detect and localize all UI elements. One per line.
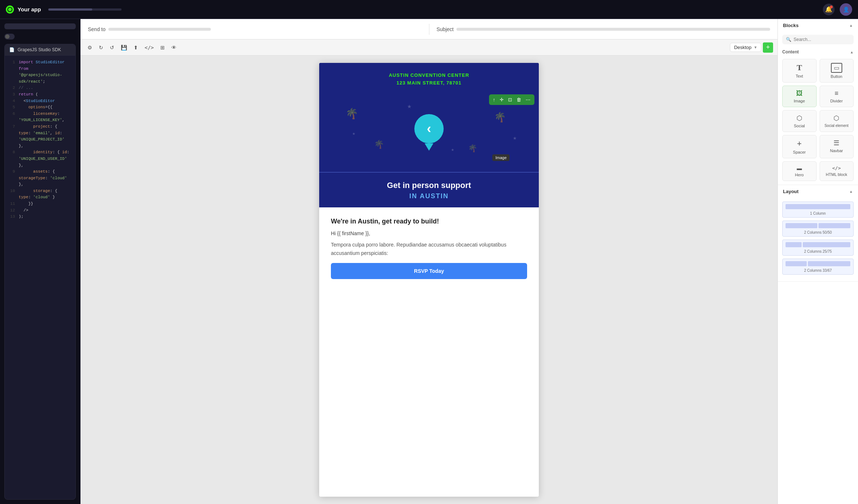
progress-bar-fill bbox=[48, 8, 92, 11]
social-block-icon: ⬡ bbox=[797, 114, 802, 122]
redo-button[interactable]: ↻ bbox=[96, 42, 106, 53]
send-to-label: Send to bbox=[88, 26, 105, 32]
layout-2col-2575[interactable]: 2 Columns 25/75 bbox=[782, 240, 854, 256]
progress-bar-container bbox=[48, 8, 122, 11]
save-button[interactable]: 💾 bbox=[118, 42, 130, 53]
html-block-icon: </> bbox=[832, 165, 841, 171]
block-navbar[interactable]: ☰ Navbar bbox=[820, 135, 854, 158]
avatar[interactable]: 👤 bbox=[840, 3, 852, 16]
pin-tail bbox=[425, 143, 433, 151]
hero-block-icon: ▬ bbox=[797, 165, 802, 171]
float-copy-button[interactable]: ⊡ bbox=[506, 96, 514, 104]
block-image[interactable]: 🖼 Image bbox=[782, 86, 817, 107]
email-body: We're in Austin, get ready to build! Hi … bbox=[319, 207, 539, 289]
star-icon: ★ bbox=[407, 104, 412, 109]
sidebar-toggle-button[interactable] bbox=[4, 23, 76, 29]
button-block-icon: ▭ bbox=[831, 63, 842, 73]
canvas-area[interactable]: AUSTIN CONVENTION CENTER 123 MAIN STREET… bbox=[81, 56, 777, 504]
email-paragraph: Tempora culpa porro labore. Repudiandae … bbox=[331, 241, 527, 257]
block-spacer-label: Spacer bbox=[793, 150, 806, 154]
layout-col-33 bbox=[786, 261, 807, 266]
star-icon: ★ bbox=[513, 136, 517, 141]
send-to-input[interactable] bbox=[108, 28, 211, 31]
block-hero-label: Hero bbox=[795, 173, 804, 177]
layout-col-75 bbox=[803, 242, 851, 247]
spacer-block-icon: + bbox=[797, 139, 802, 148]
code-body: 1import StudioEditor from '@grapesjs/stu… bbox=[5, 56, 75, 500]
blocks-section: Blocks ▲ 🔍 Content ▲ T Text ▭ Button bbox=[778, 19, 858, 185]
block-social[interactable]: ⬡ Social bbox=[782, 110, 817, 132]
layout-1col[interactable]: 1 Column bbox=[782, 202, 854, 218]
layout-col bbox=[786, 204, 850, 209]
float-more-button[interactable]: ⋯ bbox=[524, 96, 532, 104]
block-social-element[interactable]: ⬡ Social element bbox=[820, 110, 854, 132]
code-file-icon: 📄 bbox=[9, 47, 15, 52]
code-line: 13); bbox=[9, 214, 71, 220]
code-line: 6 licenseKey: 'YOUR_LICENSE_KEY', bbox=[9, 111, 71, 124]
palm-icon: 🌴 bbox=[494, 112, 506, 123]
settings-button[interactable]: ⚙ bbox=[85, 42, 95, 53]
app-name: Your app bbox=[18, 6, 41, 12]
map-pin: ‹ bbox=[414, 114, 444, 149]
block-html[interactable]: </> HTML block bbox=[820, 161, 854, 181]
top-bar: Your app 🔔 👤 bbox=[0, 0, 858, 19]
device-button[interactable]: ⊞ bbox=[158, 42, 167, 53]
add-block-button[interactable]: + bbox=[763, 42, 773, 53]
block-spacer[interactable]: + Spacer bbox=[782, 135, 817, 158]
float-move-button[interactable]: ✛ bbox=[498, 96, 506, 104]
notification-button[interactable]: 🔔 bbox=[823, 4, 835, 15]
export-button[interactable]: ⬆ bbox=[131, 42, 141, 53]
code-line: 9 assets: { storageType: 'cloud' }, bbox=[9, 169, 71, 188]
layout-2col-3367[interactable]: 2 Columns 33/67 bbox=[782, 259, 854, 275]
block-divider[interactable]: ≡ Divider bbox=[820, 86, 854, 107]
layout-section-header[interactable]: Layout ▲ bbox=[778, 185, 858, 198]
layout-2col-5050[interactable]: 2 Columns 50/50 bbox=[782, 221, 854, 237]
layout-chevron-icon: ▲ bbox=[849, 189, 853, 193]
subject-input[interactable] bbox=[456, 28, 770, 31]
layout-col-25 bbox=[786, 242, 802, 247]
content-label: Content bbox=[782, 49, 799, 54]
code-line: 5 options={{ bbox=[9, 104, 71, 111]
hero-text-section: Get in person support IN AUSTIN bbox=[319, 172, 539, 208]
search-input[interactable] bbox=[794, 37, 850, 42]
email-header-bar: Send to Subject bbox=[81, 19, 777, 40]
image-block-icon: 🖼 bbox=[796, 90, 803, 97]
block-divider-label: Divider bbox=[830, 99, 843, 103]
layout-section-title: Layout bbox=[783, 189, 799, 194]
email-divider bbox=[429, 24, 429, 35]
code-line: 12 /> bbox=[9, 207, 71, 214]
hero-sub-text: IN AUSTIN bbox=[327, 192, 531, 200]
block-hero[interactable]: ▬ Hero bbox=[782, 161, 817, 181]
layout-1col-label: 1 Column bbox=[783, 211, 853, 217]
palm-icon: 🌴 bbox=[468, 144, 477, 153]
undo-button[interactable]: ↺ bbox=[107, 42, 117, 53]
code-line: 4 <StudioEditor bbox=[9, 98, 71, 105]
block-text[interactable]: T Text bbox=[782, 59, 817, 83]
star-icon: ★ bbox=[451, 148, 454, 152]
desktop-chevron-icon: ▼ bbox=[754, 45, 757, 49]
hero-image-section[interactable]: 🌴 🌴 🌴 🌴 ★ ★ ★ ★ ↑ ✛ bbox=[319, 91, 539, 172]
top-bar-left: Your app bbox=[6, 5, 41, 14]
content-subsection-header: Content ▲ bbox=[778, 47, 858, 55]
float-delete-button[interactable]: 🗑 bbox=[515, 96, 523, 104]
layout-preview-1col bbox=[783, 202, 853, 211]
preview-button[interactable]: 👁 bbox=[169, 42, 179, 53]
subject-label: Subject bbox=[437, 26, 454, 32]
subject-field: Subject bbox=[437, 26, 771, 32]
blocks-section-header[interactable]: Blocks ▲ bbox=[778, 19, 858, 32]
email-cta-button[interactable]: RSVP Today bbox=[331, 263, 527, 279]
editor-toolbar: ⚙ ↻ ↺ 💾 ⬆ </> ⊞ 👁 Desktop ▼ + bbox=[81, 40, 777, 56]
toggle-switch[interactable] bbox=[4, 34, 15, 40]
code-button[interactable]: </> bbox=[142, 42, 156, 53]
floating-action-bar: ↑ ✛ ⊡ 🗑 ⋯ bbox=[489, 94, 535, 105]
toggle-row bbox=[4, 34, 76, 40]
desktop-selector[interactable]: Desktop ▼ bbox=[730, 43, 761, 52]
divider-block-icon: ≡ bbox=[835, 90, 839, 97]
center-area: Send to Subject ⚙ ↻ ↺ 💾 ⬆ </> ⊞ 👁 Deskto… bbox=[81, 19, 777, 504]
block-button[interactable]: ▭ Button bbox=[820, 59, 854, 83]
social-element-block-icon: ⬡ bbox=[833, 114, 839, 122]
block-button-label: Button bbox=[831, 74, 842, 79]
hero-header: AUSTIN CONVENTION CENTER 123 MAIN STREET… bbox=[319, 63, 539, 91]
layout-preview-2575 bbox=[783, 240, 853, 249]
float-up-button[interactable]: ↑ bbox=[491, 96, 497, 104]
